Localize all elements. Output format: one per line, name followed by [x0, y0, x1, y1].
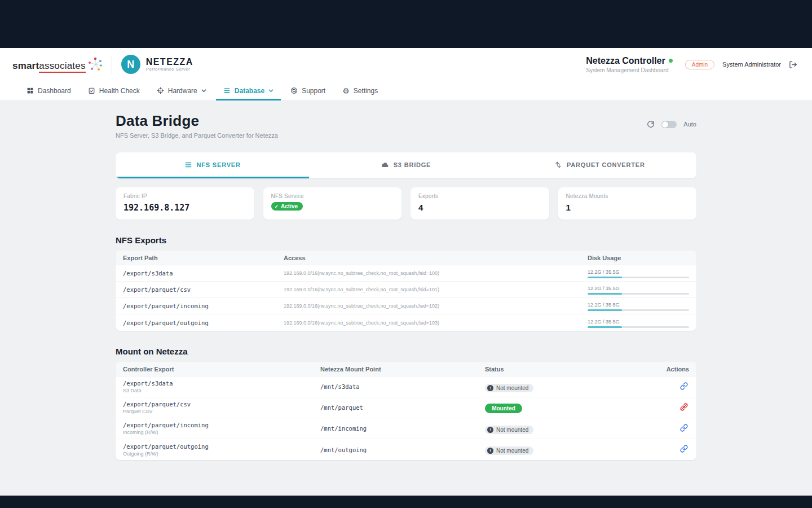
netezza-logo-icon: N: [121, 55, 140, 74]
status-badge-not-mounted: !Not mounted: [485, 384, 533, 392]
nav-item-database[interactable]: Database: [216, 81, 281, 100]
app-name: NETEZZA: [146, 57, 193, 67]
disk-usage-bar: [588, 309, 689, 311]
status-badge-active: ✓Active: [271, 202, 303, 211]
lifebuoy-icon: [290, 87, 298, 94]
letterbox-bottom: [0, 496, 812, 508]
stat-value: 192.169.8.127: [123, 203, 246, 213]
auto-refresh-toggle[interactable]: [661, 121, 677, 128]
export-access: 192.169.0.0/16(rw,sync,no_subtree_check,…: [284, 320, 588, 326]
refresh-button[interactable]: [647, 120, 655, 128]
check-icon: ✓: [275, 204, 279, 209]
starburst-icon: [88, 57, 103, 72]
admin-role-badge: Admin: [685, 60, 714, 69]
unmount-button[interactable]: [679, 402, 689, 414]
clipboard-check-icon: [88, 87, 95, 94]
disk-usage: 12.2G / 35.5G: [588, 268, 689, 278]
page-subtitle: NFS Server, S3 Bridge, and Parquet Conve…: [116, 132, 278, 139]
nav-item-health-check[interactable]: Health Check: [81, 81, 147, 100]
logo-word-smart: smart: [12, 60, 39, 71]
status-online-dot: [669, 59, 673, 63]
stat-value: 4: [418, 203, 541, 212]
stat-card-netezza-mounts: Netezza Mounts 1: [558, 187, 697, 220]
mount-button[interactable]: [679, 381, 689, 393]
controller-export-path: /export/s3data: [123, 380, 320, 387]
disk-usage-text: 12.2G / 35.5G: [588, 319, 689, 325]
mount-button[interactable]: [679, 444, 689, 456]
tab-s3-bridge[interactable]: S3 BRIDGE: [309, 152, 502, 178]
stat-value: 1: [566, 203, 689, 212]
app-tagline: Performance Server: [146, 67, 193, 72]
disk-usage-bar: [588, 277, 689, 278]
alert-icon: !: [487, 448, 493, 454]
unlink-icon: [680, 403, 688, 411]
tab-label: S3 BRIDGE: [394, 161, 431, 168]
disk-usage-fill: [588, 326, 622, 328]
main-content: Data Bridge NFS Server, S3 Bridge, and P…: [0, 101, 812, 496]
stat-label: Fabric IP: [123, 193, 246, 199]
col-header-controller-export: Controller Export: [123, 366, 320, 373]
export-path: /export/parquet/incoming: [123, 303, 284, 309]
nav-label: Health Check: [99, 87, 140, 95]
auto-toggle-label: Auto: [683, 121, 696, 128]
status-badge-not-mounted: !Not mounted: [485, 426, 533, 434]
table-row: /export/parquet/outgoing Outgoing (R/W) …: [116, 439, 696, 460]
cloud-icon: [381, 161, 389, 169]
alert-icon: !: [487, 385, 493, 391]
netezza-mount-point: /mnt/s3data: [320, 383, 485, 390]
table-header-row: Controller Export Netezza Mount Point St…: [116, 362, 696, 376]
bridge-tabs: NFS SERVER S3 BRIDGE PARQUET CONVERTER: [116, 152, 696, 178]
netezza-mount-point: /mnt/parquet: [320, 404, 485, 411]
controller-export-label: Outgoing (R/W): [123, 451, 320, 457]
table-header-row: Export Path Access Disk Usage: [116, 251, 696, 265]
nav-item-settings[interactable]: ⚙ Settings: [335, 81, 385, 100]
stat-card-nfs-service: NFS Service ✓Active: [263, 187, 402, 220]
export-access: 192.169.0.0/16(rw,sync,no_subtree_check,…: [284, 303, 588, 309]
netezza-mount-point: /mnt/outgoing: [320, 446, 485, 453]
stats-row: Fabric IP 192.169.8.127 NFS Service ✓Act…: [116, 187, 696, 220]
export-access: 192.169.0.0/16(rw,sync,no_subtree_check,…: [284, 287, 588, 292]
export-access: 192.169.0.0/16(rw,sync,no_subtree_check,…: [284, 270, 588, 276]
gear-icon: ⚙: [342, 87, 350, 95]
disk-usage-bar: [588, 293, 689, 295]
col-header-export-path: Export Path: [123, 255, 284, 261]
disk-usage-fill: [588, 309, 622, 311]
nav-item-support[interactable]: Support: [283, 81, 333, 100]
nav-item-hardware[interactable]: Hardware: [149, 81, 214, 100]
controller-export-path: /export/parquet/incoming: [123, 422, 320, 428]
mount-button[interactable]: [679, 423, 689, 435]
stat-label: Netezza Mounts: [566, 193, 689, 199]
col-header-mount-point: Netezza Mount Point: [320, 366, 485, 373]
netezza-logo: N NETEZZA Performance Server: [121, 55, 193, 74]
logout-button[interactable]: [789, 60, 797, 69]
nfs-exports-table: Export Path Access Disk Usage /export/s3…: [116, 251, 696, 331]
refresh-icon: [647, 120, 655, 128]
table-row: /export/parquet/outgoing 192.169.0.0/16(…: [116, 314, 696, 331]
link-icon: [680, 445, 688, 453]
link-icon: [680, 424, 688, 432]
controller-title: Netezza Controller: [586, 56, 672, 66]
list-icon: [223, 87, 231, 94]
cpu-chip-icon: [157, 87, 164, 94]
chevron-down-icon: [201, 88, 206, 93]
nav-item-dashboard[interactable]: Dashboard: [19, 81, 78, 100]
smartassociates-logo: smartassociates: [12, 57, 103, 72]
controller-export-label: Incoming (R/W): [123, 430, 320, 435]
nav-label: Dashboard: [38, 87, 71, 95]
disk-usage: 12.2G / 35.5G: [588, 284, 689, 295]
dashboard-grid-icon: [27, 87, 34, 94]
mount-on-netezza-heading: Mount on Netezza: [116, 347, 696, 356]
tab-label: PARQUET CONVERTER: [567, 161, 645, 168]
alert-icon: !: [487, 427, 493, 433]
controller-export-label: S3 Data: [123, 388, 320, 393]
toggle-knob: [662, 121, 668, 128]
nav-label: Settings: [354, 87, 378, 95]
table-row: /export/parquet/csv 192.169.0.0/16(rw,sy…: [116, 282, 696, 298]
col-header-actions: Actions: [650, 366, 689, 373]
tab-nfs-server[interactable]: NFS SERVER: [116, 152, 309, 178]
controller-subtitle: System Management Dashboard: [586, 67, 672, 73]
app-header: smartassociates N NETEZZA Performance Se…: [0, 48, 812, 81]
list-icon: [184, 161, 192, 169]
disk-usage-bar: [588, 326, 689, 328]
tab-parquet-converter[interactable]: PARQUET CONVERTER: [503, 152, 696, 178]
